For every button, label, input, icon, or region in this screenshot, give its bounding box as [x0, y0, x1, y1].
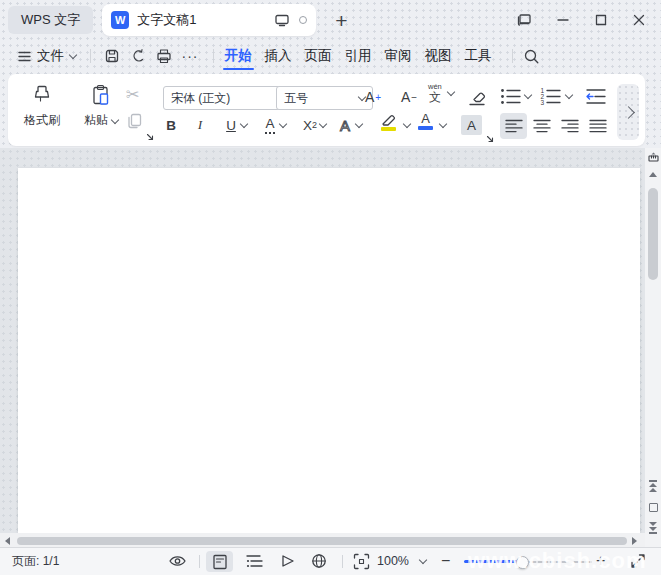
tab-insert[interactable]: 插入	[260, 40, 297, 72]
emphasis-mark-button[interactable]: A	[259, 114, 281, 136]
maximize-button[interactable]	[594, 13, 608, 27]
zoom-slider-track	[526, 561, 592, 563]
tab-tools[interactable]: 工具	[460, 40, 497, 72]
phonetic-guide-button[interactable]: wén 文	[428, 83, 454, 103]
more-commands-button[interactable]: ···	[181, 47, 199, 65]
fullscreen-icon[interactable]	[630, 548, 646, 574]
underline-button[interactable]: U	[220, 114, 242, 136]
superscript-base: X	[303, 118, 312, 133]
align-left-button[interactable]	[500, 113, 527, 139]
paste-icon	[90, 83, 112, 107]
file-menu-button[interactable]: 文件	[18, 47, 76, 65]
align-center-icon	[533, 119, 551, 133]
chevron-right-icon	[622, 106, 635, 119]
clipboard-group-expand-icon[interactable]	[146, 133, 154, 141]
zoom-value[interactable]: 100%	[377, 548, 409, 574]
tab-page[interactable]: 页面	[300, 40, 337, 72]
cut-button[interactable]: ✂	[126, 85, 139, 104]
fit-window-button[interactable]	[353, 548, 370, 574]
statusbar: 页面: 1/1	[0, 547, 661, 575]
monitor-icon[interactable]	[274, 13, 290, 27]
document-page[interactable]	[18, 168, 640, 533]
ruler-toggle-icon[interactable]	[645, 152, 661, 163]
divider	[90, 49, 91, 63]
chevron-down-icon[interactable]	[439, 120, 447, 128]
grow-font-button[interactable]: A+	[360, 86, 386, 108]
font-color-button[interactable]: A	[418, 112, 433, 130]
shrink-font-button[interactable]: A−	[396, 86, 422, 108]
chevron-down-icon[interactable]	[565, 91, 573, 99]
outline-view-button[interactable]	[246, 548, 263, 574]
select-browse-object-button[interactable]	[645, 503, 661, 512]
font-name-select[interactable]: 宋体 (正文)	[163, 86, 293, 110]
divider	[512, 49, 513, 63]
highlighter-icon	[378, 112, 398, 127]
web-view-button[interactable]	[311, 548, 327, 574]
chevron-down-icon[interactable]	[403, 120, 411, 128]
align-right-button[interactable]	[561, 119, 579, 133]
tab-view[interactable]: 视图	[420, 40, 457, 72]
paste-button[interactable]: 粘贴	[84, 83, 118, 129]
font-size-select[interactable]: 五号	[276, 86, 373, 110]
tab-review[interactable]: 审阅	[380, 40, 417, 72]
superscript-button[interactable]: X2	[299, 114, 321, 136]
zoom-in-button[interactable]: +	[596, 548, 605, 574]
horizontal-scrollbar[interactable]	[0, 533, 645, 548]
align-center-button[interactable]	[533, 119, 551, 133]
ribbon-more-button[interactable]	[617, 84, 639, 140]
zoom-out-button[interactable]: −	[441, 548, 450, 574]
chevron-down-icon[interactable]	[524, 91, 532, 99]
vertical-scroll-thumb[interactable]	[648, 188, 658, 280]
chevron-down-icon	[111, 115, 119, 123]
search-icon[interactable]	[523, 48, 540, 65]
minimize-button[interactable]	[556, 13, 570, 27]
text-effects-button[interactable]: A	[334, 114, 356, 136]
font-size-value: 五号	[284, 90, 308, 107]
workspace-windows-icon[interactable]	[517, 13, 532, 27]
emphasis-letter: A	[265, 116, 274, 134]
vertical-scrollbar[interactable]	[645, 148, 661, 548]
copy-button[interactable]	[126, 112, 144, 130]
document-tab[interactable]: W 文字文稿1	[102, 4, 316, 36]
font-group-expand-icon[interactable]	[486, 135, 494, 143]
new-tab-button[interactable]: +	[335, 10, 347, 31]
clear-format-button[interactable]	[466, 86, 488, 108]
file-menu-label: 文件	[37, 47, 64, 65]
eraser-icon	[466, 86, 488, 108]
font-color-letter: A	[421, 112, 430, 126]
zoom-slider[interactable]	[464, 560, 592, 563]
tab-home[interactable]: 开始	[220, 40, 257, 72]
scroll-right-icon[interactable]	[632, 537, 637, 545]
spellcheck-eye-icon[interactable]	[168, 548, 187, 574]
page-view-button[interactable]	[206, 551, 233, 572]
scroll-left-icon[interactable]	[5, 537, 10, 545]
highlight-color-button[interactable]	[378, 112, 398, 131]
scroll-up-icon[interactable]	[645, 172, 661, 177]
play-presentation-button[interactable]	[279, 548, 295, 574]
format-painter-button[interactable]: 格式刷	[24, 83, 60, 129]
decrease-indent-icon	[586, 88, 606, 105]
grow-font-letter: A	[365, 89, 374, 105]
chevron-down-icon[interactable]	[419, 556, 427, 564]
page-indicator[interactable]: 页面: 1/1	[12, 548, 59, 574]
previous-page-button[interactable]	[645, 479, 661, 492]
horizontal-scroll-thumb[interactable]	[17, 537, 627, 545]
justify-button[interactable]	[589, 119, 607, 133]
print-button[interactable]	[155, 47, 173, 65]
save-button[interactable]	[103, 47, 121, 65]
chevron-down-icon[interactable]	[355, 120, 363, 128]
tab-references[interactable]: 引用	[340, 40, 377, 72]
close-button[interactable]	[632, 13, 646, 27]
menubar: 文件	[0, 40, 661, 72]
undo-button[interactable]	[129, 47, 147, 65]
char-shading-button[interactable]: A	[461, 115, 482, 135]
next-page-button[interactable]	[645, 522, 661, 535]
italic-button[interactable]: I	[189, 114, 211, 136]
bold-button[interactable]: B	[160, 114, 182, 136]
bullet-list-button[interactable]	[500, 88, 521, 105]
numbered-list-button[interactable]: 1 2 3	[540, 88, 561, 105]
zoom-slider-thumb[interactable]	[516, 556, 529, 569]
app-menu-button[interactable]: WPS 文字	[8, 6, 93, 34]
decrease-indent-button[interactable]	[586, 88, 606, 105]
format-painter-label: 格式刷	[24, 112, 60, 129]
